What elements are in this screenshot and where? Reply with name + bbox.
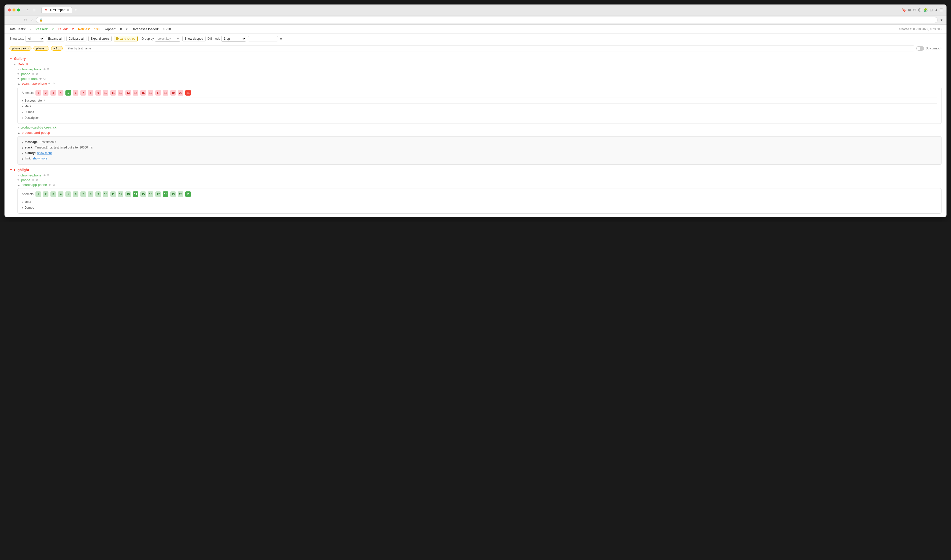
copy-icon2[interactable]: ⧉ xyxy=(36,72,38,75)
show-tests-select[interactable]: All Passed Failed xyxy=(25,36,44,42)
grid-icon[interactable]: ⊞ xyxy=(908,8,911,12)
highlight-iphone[interactable]: ▾ iphone 👁 ⧉ xyxy=(9,178,942,182)
gallery-section-header[interactable]: ▼ Gallery xyxy=(9,55,942,62)
filter-by-name-input[interactable] xyxy=(65,45,914,51)
eye-icon[interactable]: 👁 xyxy=(43,68,46,71)
iphone-dark-chevron[interactable]: ▾ xyxy=(17,77,19,80)
hl-attempt-badge-11[interactable]: 11 xyxy=(110,191,116,197)
collapse-all-button[interactable]: Collapse all xyxy=(66,36,86,42)
test-item-iphone[interactable]: ▾ iphone 👁 ⧉ xyxy=(9,72,942,76)
error-stack-chevron[interactable]: ▾ xyxy=(22,146,23,150)
attempt-badge-5[interactable]: 5 xyxy=(65,90,71,95)
success-rate-chevron[interactable]: ▾ xyxy=(22,99,23,102)
default-group-header[interactable]: ▼ Default xyxy=(9,62,942,67)
eye-icon4[interactable]: 👁 xyxy=(48,82,51,85)
test-item-searchapp-phone[interactable]: ▲ searchapp-phone 👁 ⧉ xyxy=(9,81,942,86)
hl-attempt-badge-12[interactable]: 12 xyxy=(118,191,123,197)
hl-dumps-row[interactable]: ▾ Dumps xyxy=(22,205,937,210)
filter-tag-iphone-dark[interactable]: iphone-dark ✕ xyxy=(9,46,31,51)
attempt-badge-7[interactable]: 7 xyxy=(80,90,86,95)
filter-tag-remove2[interactable]: ✕ xyxy=(45,47,47,50)
attempt-badge-19[interactable]: 19 xyxy=(170,90,176,95)
minimize-button[interactable] xyxy=(12,8,15,11)
chrome-icon[interactable]: ⦿ xyxy=(918,8,922,12)
hl-attempt-badge-21[interactable]: 21 xyxy=(185,191,191,197)
description-chevron[interactable]: ▾ xyxy=(22,117,23,119)
hl-attempt-badge-16[interactable]: 16 xyxy=(148,191,153,197)
hl-attempt-badge-2[interactable]: 2 xyxy=(43,191,48,197)
overflow-menu-icon[interactable]: ≡ xyxy=(280,37,282,41)
meta-chevron[interactable]: ▾ xyxy=(22,105,23,108)
eye-icon2[interactable]: 👁 xyxy=(32,72,34,75)
attempt-badge-1[interactable]: 1 xyxy=(35,90,41,95)
attempt-badge-14[interactable]: 14 xyxy=(133,90,138,95)
diff-mode-select[interactable]: 3-up side-by-side xyxy=(221,36,246,42)
maximize-button[interactable] xyxy=(17,8,20,11)
attempt-badge-4[interactable]: 4 xyxy=(58,90,63,95)
test-item-iphone-dark[interactable]: ▾ iphone-dark 👁 ⧉ xyxy=(9,76,942,81)
bookmark-addr-icon[interactable]: ★ xyxy=(940,18,943,22)
copy-icon4[interactable]: ⧉ xyxy=(53,82,55,85)
hl-attempt-badge-20[interactable]: 20 xyxy=(178,191,183,197)
hl-attempt-badge-10[interactable]: 10 xyxy=(103,191,108,197)
expand-all-button[interactable]: Expand all xyxy=(46,36,65,42)
highlight-collapse-icon[interactable]: ▼ xyxy=(9,168,12,172)
attempt-badge-18[interactable]: 18 xyxy=(163,90,168,95)
new-tab-button[interactable]: + xyxy=(73,7,79,13)
filter-tag-remove[interactable]: ✕ xyxy=(27,47,29,50)
highlight-chrome-phone[interactable]: ▾ chrome-phone 👁 ⧉ xyxy=(9,173,942,178)
copy-icon[interactable]: ⧉ xyxy=(47,68,49,71)
hl-attempt-badge-4[interactable]: 4 xyxy=(58,191,63,197)
attempt-badge-16[interactable]: 16 xyxy=(148,90,153,95)
hl-attempt-badge-9[interactable]: 9 xyxy=(96,191,101,197)
filter-tag-iphone[interactable]: iphone ✕ xyxy=(34,46,49,51)
db-dropdown-icon[interactable]: ▾ xyxy=(126,27,128,31)
hl-eye-icon2[interactable]: 👁 xyxy=(32,179,34,182)
bookmark-icon[interactable]: 🔖 xyxy=(902,8,906,12)
attempt-badge-9[interactable]: 9 xyxy=(96,90,101,95)
attempt-badge-17[interactable]: 17 xyxy=(155,90,161,95)
group-by-select[interactable]: select key xyxy=(155,36,180,42)
show-skipped-button[interactable]: Show skipped xyxy=(182,36,205,42)
hl-iphone-chevron[interactable]: ▾ xyxy=(17,178,19,182)
error-history-val[interactable]: show more xyxy=(37,151,52,155)
home-nav-icon[interactable]: ⌂ xyxy=(30,17,34,23)
copy-icon3[interactable]: ⧉ xyxy=(43,77,45,80)
highlight-searchapp-phone[interactable]: ▲ searchapp-phone 👁 ⧉ xyxy=(9,182,942,187)
hl-attempt-badge-8[interactable]: 8 xyxy=(88,191,93,197)
search-input[interactable] xyxy=(248,36,278,42)
reload-button[interactable]: ↻ xyxy=(23,17,28,23)
default-collapse-icon[interactable]: ▼ xyxy=(14,63,16,66)
attempt-badge-2[interactable]: 2 xyxy=(43,90,48,95)
help-icon[interactable]: ? xyxy=(43,99,45,102)
attempt-badge-8[interactable]: 8 xyxy=(88,90,93,95)
hl-attempt-badge-14[interactable]: 14 xyxy=(133,191,138,197)
searchapp-chevron[interactable]: ▲ xyxy=(17,82,20,85)
attempt-badge-10[interactable]: 10 xyxy=(103,90,108,95)
eye-icon3[interactable]: 👁 xyxy=(39,77,42,80)
menu-icon[interactable]: ☰ xyxy=(940,8,943,12)
active-tab[interactable]: M HTML report ✕ xyxy=(42,7,72,13)
hl-copy-icon[interactable]: ⧉ xyxy=(47,174,49,177)
product-popup-chevron[interactable]: ▲ xyxy=(17,131,20,134)
attempt-badge-6[interactable]: 6 xyxy=(73,90,79,95)
hl-attempt-badge-5[interactable]: 5 xyxy=(65,191,71,197)
download-icon[interactable]: ⬇ xyxy=(935,8,938,12)
hl-searchapp-chevron[interactable]: ▲ xyxy=(17,183,20,186)
test-item-chrome-phone[interactable]: ▾ chrome-phone 👁 ⧉ xyxy=(9,67,942,72)
refresh-icon[interactable]: ↺ xyxy=(913,8,916,12)
attempt-badge-20[interactable]: 20 xyxy=(178,90,183,95)
attempt-badge-21[interactable]: 21 xyxy=(185,90,191,95)
expand-errors-button[interactable]: Expand errors xyxy=(88,36,112,42)
meta-row[interactable]: ▾ Meta xyxy=(22,103,937,109)
attempt-badge-12[interactable]: 12 xyxy=(118,90,123,95)
close-button[interactable] xyxy=(8,8,11,11)
chrome-phone-chevron[interactable]: ▾ xyxy=(17,68,19,71)
hl-dumps-chevron[interactable]: ▾ xyxy=(22,206,23,209)
hl-attempt-badge-6[interactable]: 6 xyxy=(73,191,79,197)
cast-icon[interactable]: ⊡ xyxy=(930,8,933,12)
hl-attempt-badge-15[interactable]: 15 xyxy=(140,191,146,197)
success-rate-row[interactable]: ▾ Success rate ? xyxy=(22,98,937,103)
hl-meta-chevron[interactable]: ▾ xyxy=(22,201,23,203)
gallery-collapse-icon[interactable]: ▼ xyxy=(9,57,12,60)
